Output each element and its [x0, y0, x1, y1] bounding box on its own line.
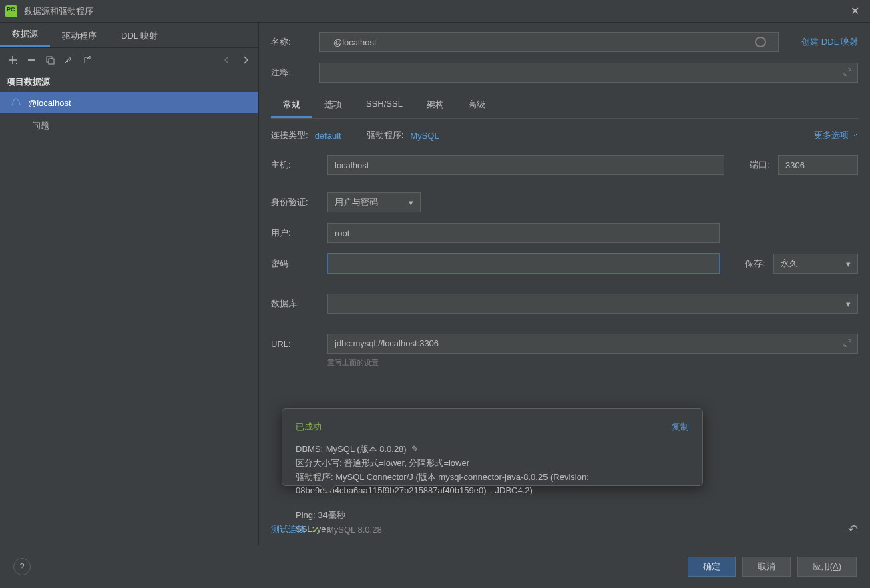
subtab-general[interactable]: 常规 — [271, 93, 312, 118]
url-input[interactable]: jdbc:mysql://localhost:3306 — [327, 334, 858, 354]
datasource-item-label: @localhost — [28, 98, 71, 108]
label-save: 保存: — [745, 258, 765, 270]
titlebar: 数据源和驱动程序 ✕ — [0, 0, 870, 23]
test-row: 测试连接 ✓ MySQL 8.0.28 ↶ — [271, 522, 858, 537]
tab-drivers[interactable]: 驱动程序 — [50, 25, 109, 47]
remove-icon[interactable] — [24, 53, 39, 67]
chevron-down-icon: ▾ — [846, 299, 851, 309]
label-user: 用户: — [271, 227, 319, 239]
chevron-down-icon: ▾ — [846, 259, 851, 269]
subtab-advanced[interactable]: 高级 — [456, 93, 497, 118]
section-problems[interactable]: 问题 — [0, 113, 258, 139]
database-select[interactable]: ▾ — [327, 294, 858, 314]
popup-line-driver: 驱动程序: MySQL Connector/J (版本 mysql-connec… — [296, 471, 689, 499]
add-icon[interactable] — [5, 53, 20, 67]
more-options-link[interactable]: 更多选项 — [814, 129, 858, 141]
color-picker-icon[interactable] — [755, 37, 766, 47]
expand-icon[interactable] — [843, 67, 852, 77]
tab-datasources[interactable]: 数据源 — [0, 23, 50, 47]
driver-link[interactable]: MySQL — [410, 131, 439, 141]
port-input[interactable] — [778, 155, 858, 175]
tab-ddl-mappings[interactable]: DDL 映射 — [109, 25, 170, 47]
left-panel: 数据源 驱动程序 DDL 映射 — [0, 23, 259, 545]
connection-meta: 连接类型: default 驱动程序: MySQL 更多选项 — [271, 129, 858, 141]
subtab-schemas[interactable]: 架构 — [415, 93, 456, 118]
comment-input[interactable] — [319, 63, 858, 83]
host-input[interactable] — [327, 155, 724, 175]
popup-line-dbms: DBMS: MySQL (版本 8.0.28) ✎ — [296, 443, 689, 457]
label-port: 端口: — [750, 159, 770, 171]
dialog-title: 数据源和驱动程序 — [24, 5, 93, 17]
label-driver: 驱动程序: — [367, 129, 404, 141]
name-input[interactable] — [327, 33, 750, 51]
conn-type-link[interactable]: default — [315, 131, 341, 141]
main: 数据源 驱动程序 DDL 映射 — [0, 23, 870, 545]
success-label: 已成功 — [296, 421, 322, 433]
subtab-options[interactable]: 选项 — [312, 93, 354, 118]
forward-icon[interactable] — [238, 53, 253, 67]
label-host: 主机: — [271, 159, 319, 171]
copy-icon[interactable] — [43, 53, 57, 67]
auth-select[interactable]: 用户与密码 ▾ — [327, 192, 421, 212]
label-conn-type: 连接类型: — [271, 129, 308, 141]
close-icon[interactable]: ✕ — [845, 2, 865, 20]
popup-line-ping: Ping: 34毫秒 — [296, 509, 689, 523]
copy-link[interactable]: 复制 — [672, 421, 689, 433]
section-project-datasources: 项目数据源 — [0, 72, 258, 92]
sub-tabs: 常规 选项 SSH/SSL 架构 高级 — [271, 93, 858, 119]
chevron-down-icon — [851, 132, 858, 139]
label-url: URL: — [271, 339, 319, 349]
label-comment: 注释: — [271, 67, 311, 79]
subtab-ssh-ssl[interactable]: SSH/SSL — [354, 93, 415, 118]
wrench-icon[interactable] — [61, 53, 76, 67]
left-toolbar — [0, 48, 258, 72]
pencil-icon[interactable]: ✎ — [411, 444, 419, 454]
revert-icon[interactable]: ↶ — [848, 522, 858, 537]
apply-button[interactable]: 应用(A) — [797, 557, 857, 577]
password-input[interactable] — [327, 254, 720, 274]
back-icon[interactable] — [220, 53, 234, 67]
save-select[interactable]: 永久 ▾ — [773, 254, 858, 274]
test-version: MySQL 8.0.28 — [327, 525, 382, 535]
check-icon: ✓ — [312, 525, 320, 535]
app-icon — [5, 5, 17, 17]
test-connection-link[interactable]: 测试连接 — [271, 523, 306, 535]
label-password: 密码: — [271, 258, 319, 270]
label-database: 数据库: — [271, 298, 319, 310]
ok-button[interactable]: 确定 — [688, 557, 736, 577]
help-icon[interactable]: ? — [13, 558, 31, 575]
name-input-wrapper — [319, 32, 779, 52]
popup-line-case: 区分大小写: 普通形式=lower, 分隔形式=lower — [296, 457, 689, 471]
top-tabs: 数据源 驱动程序 DDL 映射 — [0, 23, 258, 48]
chevron-down-icon: ▾ — [409, 198, 413, 208]
cancel-button[interactable]: 取消 — [742, 557, 791, 577]
create-ddl-link[interactable]: 创建 DDL 映射 — [801, 36, 858, 48]
label-name: 名称: — [271, 36, 311, 48]
test-result-popup: 已成功 复制 DBMS: MySQL (版本 8.0.28) ✎ 区分大小写: … — [282, 408, 703, 486]
mysql-icon — [11, 97, 21, 108]
expand-icon[interactable] — [843, 338, 852, 348]
label-auth: 身份验证: — [271, 196, 319, 208]
url-hint: 重写上面的设置 — [327, 358, 858, 368]
right-panel: 名称: 创建 DDL 映射 注释: 常规 选项 SSH/SSL 架构 高级 — [259, 23, 870, 545]
user-input[interactable] — [327, 223, 720, 243]
export-icon[interactable] — [80, 53, 95, 67]
svg-rect-1 — [49, 59, 54, 64]
footer: ? 确定 取消 应用(A) — [0, 545, 870, 587]
datasource-item-localhost[interactable]: @localhost — [0, 92, 258, 113]
